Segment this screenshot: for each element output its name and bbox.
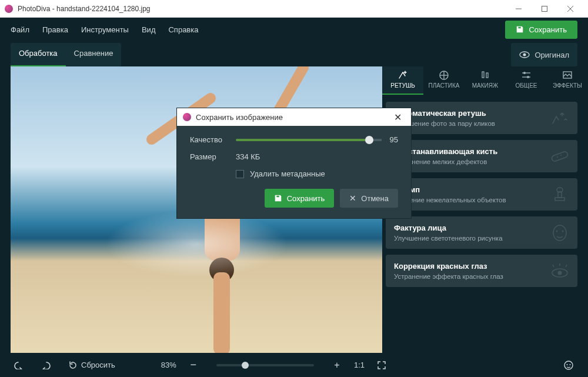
fit-screen-button[interactable] — [373, 357, 390, 373]
undo-button[interactable] — [11, 357, 28, 373]
sliders-icon — [520, 70, 532, 81]
bandage-icon — [548, 146, 572, 166]
svg-rect-16 — [551, 151, 569, 162]
face-detect-button[interactable] — [560, 357, 577, 373]
original-toggle-button[interactable]: Оригинал — [511, 43, 577, 66]
dialog-close-button[interactable]: ✕ — [390, 112, 405, 123]
eye-lash-icon — [548, 261, 572, 281]
svg-point-31 — [567, 364, 568, 365]
svg-point-24 — [562, 230, 564, 232]
svg-rect-10 — [486, 73, 488, 78]
zoom-percent: 83% — [161, 361, 176, 369]
svg-point-32 — [570, 364, 571, 365]
reset-icon — [68, 361, 78, 370]
menu-file[interactable]: Файл — [11, 25, 29, 34]
svg-point-13 — [523, 72, 526, 74]
menu-tools[interactable]: Инструменты — [81, 25, 129, 34]
save-image-dialog: Сохранить изображение ✕ Качество 95 Разм… — [176, 108, 412, 219]
tool-tabs: РЕТУШЬ ПЛАСТИКА МАКИЯЖ ОБЩЕЕ ЭФФЕКТЫ — [382, 66, 588, 95]
dialog-save-button[interactable]: Сохранить — [265, 189, 335, 208]
window-close-button[interactable] — [557, 1, 583, 17]
tool-tab-plastic[interactable]: ПЛАСТИКА — [423, 66, 465, 95]
original-toggle-label: Оригинал — [534, 51, 569, 59]
save-icon — [516, 25, 524, 34]
svg-point-23 — [556, 230, 558, 232]
tool-tab-makeup[interactable]: МАКИЯЖ — [465, 66, 506, 95]
view-tabs-row: Обработка Сравнение Оригинал — [11, 43, 577, 66]
retouch-icon — [397, 70, 409, 81]
window-maximize-button[interactable] — [532, 1, 557, 17]
effects-icon — [562, 70, 573, 81]
reset-button[interactable]: Сбросить — [62, 357, 121, 373]
tool-tab-effects[interactable]: ЭФФЕКТЫ — [547, 66, 588, 95]
svg-point-14 — [527, 76, 529, 78]
tab-processing[interactable]: Обработка — [11, 43, 66, 66]
quality-value: 95 — [390, 135, 398, 144]
svg-rect-9 — [482, 72, 484, 78]
zoom-slider-thumb[interactable] — [242, 362, 249, 369]
svg-point-26 — [558, 271, 562, 275]
svg-point-18 — [560, 155, 562, 156]
save-icon — [274, 194, 282, 202]
save-button[interactable]: Сохранить — [505, 21, 577, 39]
svg-point-17 — [557, 156, 558, 158]
zoom-out-button[interactable]: − — [185, 357, 202, 373]
window-title: PhotoDiva - handstand-2224104_1280.jpg — [18, 5, 506, 13]
save-button-label: Сохранить — [529, 25, 567, 34]
face-small-icon — [563, 360, 574, 371]
card-auto-retouch[interactable]: Автоматическая ретушь Улучшение фото за … — [386, 102, 577, 134]
makeup-icon — [479, 70, 491, 81]
plastic-icon — [438, 70, 450, 81]
eye-icon — [519, 51, 530, 58]
svg-point-5 — [523, 54, 526, 56]
window-titlebar: PhotoDiva - handstand-2224104_1280.jpg — [0, 0, 588, 18]
app-logo-icon — [5, 5, 13, 13]
sparkle-icon — [548, 108, 572, 128]
menu-view[interactable]: Вид — [142, 25, 156, 34]
bottom-bar: Сбросить 83% − + 1:1 — [0, 353, 588, 377]
tool-tab-retouch[interactable]: РЕТУШЬ — [382, 66, 423, 95]
delete-metadata-label: Удалить метаданные — [250, 169, 325, 178]
quality-label: Качество — [190, 135, 236, 144]
tool-cards-list: Автоматическая ретушь Улучшение фото за … — [382, 95, 588, 287]
fit-icon — [377, 361, 386, 370]
reset-label: Сбросить — [81, 361, 115, 369]
size-label: Размер — [190, 152, 236, 161]
menu-bar: Файл Правка Инструменты Вид Справка Сохр… — [0, 18, 588, 41]
face-icon — [548, 223, 572, 243]
svg-line-27 — [553, 265, 554, 267]
tool-tab-general[interactable]: ОБЩЕЕ — [506, 66, 547, 95]
svg-line-29 — [566, 265, 567, 267]
zoom-ratio[interactable]: 1:1 — [354, 361, 365, 369]
dialog-titlebar[interactable]: Сохранить изображение ✕ — [177, 108, 411, 126]
delete-metadata-checkbox[interactable] — [236, 170, 244, 178]
undo-icon — [14, 361, 25, 369]
quality-slider[interactable] — [236, 139, 382, 141]
svg-point-22 — [553, 225, 566, 241]
dialog-cancel-button[interactable]: ✕ Отмена — [340, 189, 398, 208]
svg-rect-1 — [542, 6, 547, 11]
dialog-title: Сохранить изображение — [196, 113, 283, 122]
close-icon: ✕ — [349, 193, 356, 203]
stamp-icon — [548, 185, 572, 205]
redo-icon — [39, 361, 51, 369]
tab-compare[interactable]: Сравнение — [66, 43, 122, 66]
zoom-slider[interactable] — [216, 364, 314, 366]
quality-slider-thumb[interactable] — [365, 136, 373, 144]
svg-point-30 — [564, 361, 573, 369]
size-value: 334 КБ — [236, 152, 260, 161]
card-face-texture[interactable]: Фактура лица Улучшение светотеневого рис… — [386, 216, 577, 249]
zoom-in-button[interactable]: + — [328, 357, 346, 373]
right-panel: РЕТУШЬ ПЛАСТИКА МАКИЯЖ ОБЩЕЕ ЭФФЕКТЫ Авт… — [382, 66, 588, 353]
app-logo-icon — [183, 113, 191, 121]
menu-help[interactable]: Справка — [168, 25, 198, 34]
card-red-eye[interactable]: Коррекция красных глаз Устранение эффект… — [386, 255, 577, 287]
card-healing-brush[interactable]: Восстанавливающая кисть Устранение мелки… — [386, 140, 577, 172]
redo-button[interactable] — [36, 357, 54, 373]
window-minimize-button[interactable] — [506, 1, 532, 17]
card-clone-stamp[interactable]: Штамп Удаление нежелательных объектов — [386, 178, 577, 211]
menu-edit[interactable]: Правка — [42, 25, 68, 34]
